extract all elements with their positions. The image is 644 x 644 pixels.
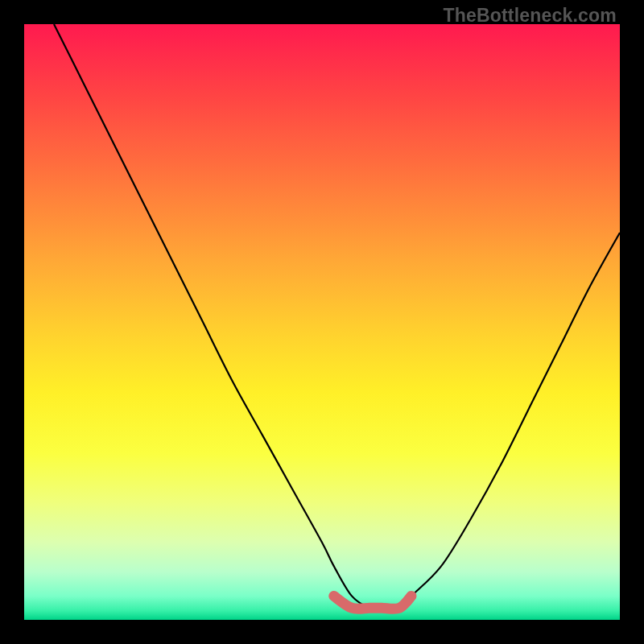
bottleneck-curve-path	[54, 24, 620, 609]
plateau-marker-path	[334, 596, 411, 609]
chart-svg	[24, 24, 620, 620]
chart-plot-area	[24, 24, 620, 620]
attribution-text: TheBottleneck.com	[443, 5, 617, 27]
